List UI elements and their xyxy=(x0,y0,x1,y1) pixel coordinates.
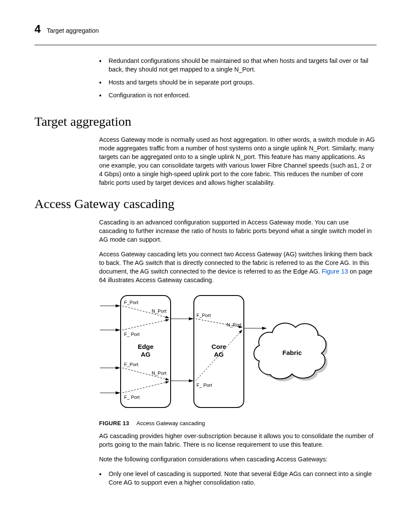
header-rule xyxy=(34,45,377,45)
chapter-title: Target aggregation xyxy=(47,26,99,35)
edge-nport-label-2: N_Port xyxy=(152,370,166,376)
cascading-bullet-list: Only one level of cascading is supported… xyxy=(99,470,377,487)
figure-caption: FIGURE 13 Access Gateway cascading xyxy=(99,420,377,427)
edge-ag-label: Edge xyxy=(138,343,154,350)
section-heading-ag-cascading: Access Gateway cascading xyxy=(34,195,377,212)
edge-fport-label-2: F_ Port xyxy=(124,332,140,337)
figure-caption-text: Access Gateway cascading xyxy=(137,420,205,426)
section-heading-target-aggregation: Target aggregation xyxy=(34,112,377,130)
edge-fport-label-4: F_ Port xyxy=(124,395,140,400)
body-paragraph: Note the following configuration conside… xyxy=(99,455,377,464)
figure-caption-label: FIGURE 13 xyxy=(99,420,129,426)
body-paragraph: AG cascading provides higher over-subscr… xyxy=(99,432,377,449)
list-item: Only one level of cascading is supported… xyxy=(99,470,377,487)
body-paragraph: Cascading is an advanced configuration s… xyxy=(99,218,377,244)
body-paragraph: Access Gateway mode is normally used as … xyxy=(99,135,377,187)
top-bullet-list: Redundant configurations should be maint… xyxy=(99,56,377,100)
chapter-number: 4 xyxy=(34,22,40,37)
list-item: Configuration is not enforced. xyxy=(99,91,377,100)
core-fport-label-2: F_ Port xyxy=(196,383,212,388)
core-ag-label: Core xyxy=(212,343,226,350)
edge-nport-label-1: N_Port xyxy=(152,308,166,314)
running-header: 4 Target aggregation xyxy=(34,22,377,37)
list-item: Redundant configurations should be maint… xyxy=(99,56,377,74)
edge-ag-label-2: AG xyxy=(141,351,151,358)
diagram-svg: Edge AG Core AG Fabric F_Port F_ Port xyxy=(99,291,327,414)
edge-fport-label-1: F_Port xyxy=(124,300,138,305)
list-item: Hosts and targets should be in separate … xyxy=(99,78,377,87)
fabric-label: Fabric xyxy=(282,349,302,356)
body-paragraph: Access Gateway cascading lets you connec… xyxy=(99,250,377,284)
figure-link[interactable]: Figure 13 xyxy=(322,268,348,275)
core-nport-label: N_Port xyxy=(227,322,241,327)
edge-fport-label-3: F_Port xyxy=(124,362,138,367)
figure-cascading: Edge AG Core AG Fabric F_Port F_ Port xyxy=(99,291,377,427)
core-fport-label-1: F_Port xyxy=(196,313,211,318)
